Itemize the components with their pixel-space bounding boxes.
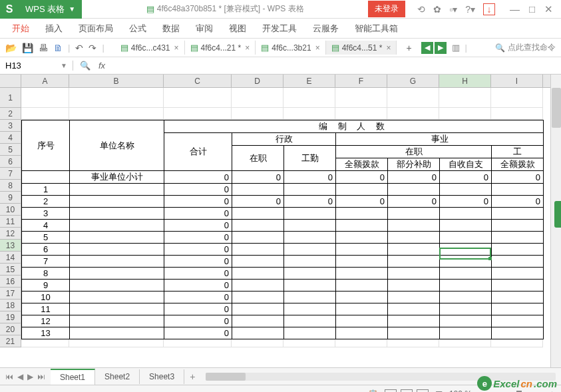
cell-value[interactable] <box>440 220 492 232</box>
cell-seq[interactable]: 4 <box>22 220 70 232</box>
view-break-icon[interactable] <box>417 389 429 393</box>
cell[interactable] <box>335 88 387 108</box>
cell[interactable] <box>21 88 69 108</box>
cell-seq[interactable]: 8 <box>22 268 70 280</box>
cell-value[interactable] <box>336 256 388 268</box>
cell-value[interactable] <box>336 208 388 220</box>
add-tab-button[interactable]: + <box>402 43 415 53</box>
row-header[interactable]: 5 <box>0 144 21 156</box>
cell-value[interactable] <box>440 292 492 303</box>
cell-value[interactable]: 0 <box>164 208 232 220</box>
cell-value[interactable] <box>336 232 388 244</box>
spreadsheet-grid[interactable]: A B C D E F G H I 1234567891011121314151… <box>0 75 561 367</box>
cell-value[interactable] <box>388 292 440 303</box>
cell-value[interactable] <box>284 303 336 315</box>
cell-unit[interactable] <box>70 292 164 303</box>
cell-value[interactable] <box>336 220 388 232</box>
cell-value[interactable] <box>388 327 440 339</box>
cell-seq[interactable]: 5 <box>22 232 70 244</box>
cell-value[interactable] <box>284 232 336 244</box>
cell-value[interactable] <box>232 280 284 292</box>
menu-insert[interactable]: 插入 <box>39 20 69 37</box>
tab-list-icon[interactable]: ▥ <box>452 43 460 53</box>
col-header-E[interactable]: E <box>283 75 335 87</box>
cell-unit[interactable]: 事业单位小计 <box>70 171 164 184</box>
cell-value[interactable] <box>440 184 492 196</box>
menu-data[interactable]: 数据 <box>156 20 186 37</box>
cell-value[interactable] <box>440 315 492 327</box>
cell-value[interactable] <box>232 256 284 268</box>
command-search[interactable]: 🔍 点此查找命令 <box>495 42 556 53</box>
sheet-first-icon[interactable]: ⏮ <box>5 372 13 381</box>
cell-value[interactable] <box>284 327 336 339</box>
cell-value[interactable]: 0 <box>232 196 284 208</box>
cell-value[interactable] <box>336 268 388 280</box>
sheet-tab-1[interactable]: Sheet2 <box>95 369 140 384</box>
cell-value[interactable] <box>232 244 284 256</box>
cell[interactable] <box>387 108 439 120</box>
preview-icon[interactable]: 🗎 <box>53 43 63 53</box>
cell-value[interactable] <box>284 208 336 220</box>
cell-value[interactable] <box>440 256 492 268</box>
row-header[interactable]: 11 <box>0 216 21 228</box>
row-header[interactable]: 20 <box>0 323 21 335</box>
cell-value[interactable] <box>492 292 544 303</box>
cell-value[interactable] <box>388 303 440 315</box>
cell[interactable] <box>283 88 335 108</box>
cell-value[interactable]: 0 <box>440 196 492 208</box>
cell-value[interactable] <box>492 208 544 220</box>
col-header-D[interactable]: D <box>232 75 283 87</box>
cell-value[interactable] <box>336 184 388 196</box>
cell-value[interactable] <box>440 280 492 292</box>
cell-seq[interactable]: 13 <box>22 327 70 339</box>
cell[interactable] <box>69 88 164 108</box>
undo-icon[interactable]: ↶ <box>75 43 83 53</box>
redo-icon[interactable]: ↷ <box>89 43 96 53</box>
name-box[interactable]: H13 ▼ <box>0 61 73 71</box>
cell-value[interactable]: 0 <box>440 171 492 184</box>
cell-seq[interactable]: 11 <box>22 303 70 315</box>
row-header[interactable]: 3 <box>0 120 21 132</box>
sheet-tab-2[interactable]: Sheet3 <box>140 369 184 384</box>
tab-next-button[interactable]: ▶ <box>435 42 447 54</box>
cell-value[interactable] <box>284 280 336 292</box>
row-header[interactable]: 16 <box>0 276 21 288</box>
view-page-icon[interactable] <box>401 389 413 393</box>
cell[interactable] <box>21 108 69 120</box>
cell-value[interactable]: 0 <box>164 280 232 292</box>
cell-value[interactable] <box>388 184 440 196</box>
cell-value[interactable] <box>336 303 388 315</box>
cell-value[interactable] <box>388 244 440 256</box>
cell-value[interactable] <box>440 244 492 256</box>
cell-seq[interactable]: 2 <box>22 196 70 208</box>
chevron-down-icon[interactable]: ▼ <box>61 62 67 69</box>
cell[interactable] <box>439 88 491 108</box>
cell-value[interactable]: 0 <box>164 256 232 268</box>
cell-seq[interactable] <box>22 171 70 184</box>
cell[interactable] <box>439 108 491 120</box>
cell-unit[interactable] <box>70 315 164 327</box>
row-header[interactable]: 9 <box>0 192 21 204</box>
cell-value[interactable]: 0 <box>164 232 232 244</box>
fx-search-icon[interactable]: 🔍 <box>80 61 91 71</box>
cell[interactable] <box>491 88 543 108</box>
file-tab-0[interactable]: ▤4f6c...c431× <box>115 41 185 55</box>
cell-value[interactable] <box>440 208 492 220</box>
cell-value[interactable]: 0 <box>164 220 232 232</box>
scroll-thumb[interactable] <box>552 88 561 128</box>
col-header-G[interactable]: G <box>387 75 439 87</box>
cell-value[interactable]: 0 <box>336 171 388 184</box>
menu-review[interactable]: 审阅 <box>189 20 220 37</box>
cell-seq[interactable]: 12 <box>22 315 70 327</box>
cell-value[interactable]: 0 <box>492 196 544 208</box>
file-tab-2[interactable]: ▤4f6c...3b21× <box>256 41 325 55</box>
cell-value[interactable] <box>232 232 284 244</box>
cell-unit[interactable] <box>70 256 164 268</box>
col-header-C[interactable]: C <box>164 75 232 87</box>
cell-unit[interactable] <box>70 196 164 208</box>
help-icon[interactable]: ▫▾ <box>449 4 457 15</box>
row-header[interactable]: 6 <box>0 156 21 168</box>
row-header[interactable]: 15 <box>0 264 21 276</box>
menu-smart-tools[interactable]: 智能工具箱 <box>348 20 405 37</box>
cell-value[interactable] <box>336 315 388 327</box>
